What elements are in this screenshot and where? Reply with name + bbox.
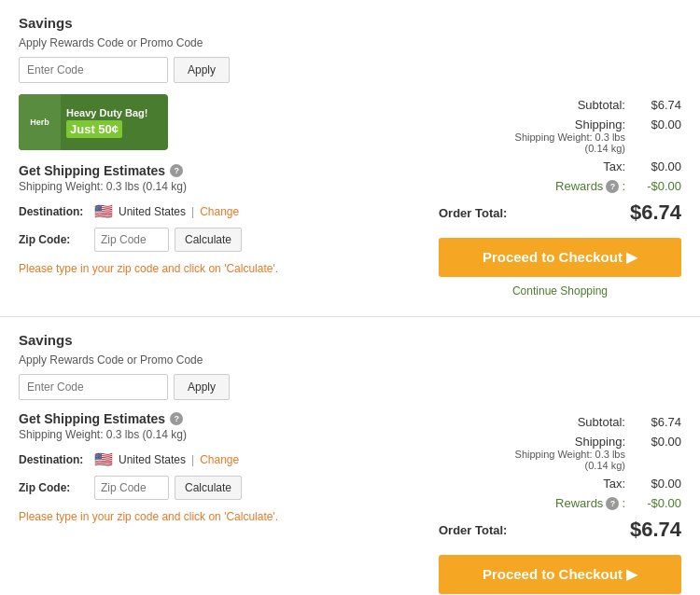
zip-input-1[interactable] [94, 228, 169, 252]
banner-bottom-text: Just 50¢ [66, 120, 122, 138]
rewards-row-1: Rewards ?: -$0.00 [439, 179, 681, 193]
section-1: Savings Apply Rewards Code or Promo Code… [0, 0, 700, 317]
rewards-value-2: -$0.00 [625, 496, 681, 510]
rewards-help-icon-1[interactable]: ? [606, 180, 619, 193]
dest-label-2: Destination: [19, 453, 89, 466]
checkout-button-1[interactable]: Proceed to Checkout ▶ [439, 238, 681, 277]
order-total-row-2: Order Total: $6.74 [439, 516, 681, 542]
rewards-label-1: Rewards ?: [439, 179, 625, 193]
tax-value-2: $0.00 [625, 477, 681, 491]
subtotal-row-2: Subtotal: $6.74 [439, 415, 681, 429]
right-panel-1: Subtotal: $6.74 Shipping: Shipping Weigh… [439, 94, 681, 298]
promo-row-1: Apply [19, 57, 681, 83]
tax-label-2: Tax: [439, 477, 625, 491]
left-panel-1: Herb Heavy Duty Bag! Just 50¢ Get Shippi… [19, 94, 420, 298]
dest-label-1: Destination: [19, 205, 89, 218]
shipping-weight-2: Shipping Weight: 0.3 lbs (0.14 kg) [19, 428, 420, 441]
rewards-help-icon-2[interactable]: ? [606, 497, 619, 510]
calculate-button-2[interactable]: Calculate [175, 476, 242, 500]
continue-link-1[interactable]: Continue Shopping [439, 284, 681, 298]
order-total-row-1: Order Total: $6.74 [439, 199, 681, 225]
destination-row-2: Destination: 🇺🇸 United States | Change [19, 450, 420, 468]
pipe-2: | [191, 453, 194, 466]
pipe-1: | [191, 205, 194, 218]
savings-subtitle-2: Apply Rewards Code or Promo Code [19, 353, 681, 367]
zip-label-2: Zip Code: [19, 481, 89, 494]
shipping-row-2: Shipping: Shipping Weight: 0.3 lbs(0.14 … [439, 435, 681, 471]
zip-input-2[interactable] [94, 476, 169, 500]
shipping-title-1: Get Shipping Estimates ? [19, 163, 420, 178]
us-flag-icon-2: 🇺🇸 [94, 450, 113, 468]
calculate-button-1[interactable]: Calculate [175, 228, 242, 252]
tax-row-2: Tax: $0.00 [439, 477, 681, 491]
shipping-detail-1: Shipping Weight: 0.3 lbs(0.14 kg) [439, 131, 625, 154]
subtotal-label-2: Subtotal: [439, 415, 625, 429]
change-link-1[interactable]: Change [200, 205, 239, 218]
section-2: Savings Apply Rewards Code or Promo Code… [0, 317, 700, 595]
order-total-value-1: $6.74 [630, 201, 681, 225]
zip-warning-2: Please type in your zip code and click o… [19, 509, 420, 525]
shipping-row-1: Shipping: Shipping Weight: 0.3 lbs(0.14 … [439, 118, 681, 154]
banner-text-area: Heavy Duty Bag! Just 50¢ [61, 104, 168, 142]
subtotal-value-2: $6.74 [625, 415, 681, 429]
shipping-label-1: Shipping: [439, 118, 625, 131]
subtotal-label-1: Subtotal: [439, 98, 625, 112]
content-row-2: Get Shipping Estimates ? Shipping Weight… [19, 411, 681, 595]
shipping-help-icon-2[interactable]: ? [170, 412, 183, 425]
savings-title-2: Savings [19, 332, 681, 348]
order-total-value-2: $6.74 [630, 518, 681, 542]
tax-row-1: Tax: $0.00 [439, 159, 681, 173]
shipping-value-2: $0.00 [625, 435, 681, 449]
promo-banner-1: Herb Heavy Duty Bag! Just 50¢ [19, 94, 168, 150]
promo-input-2[interactable] [19, 374, 168, 400]
subtotal-value-1: $6.74 [625, 98, 681, 112]
herb-label: Herb [30, 118, 49, 127]
shipping-detail-2: Shipping Weight: 0.3 lbs(0.14 kg) [439, 449, 625, 471]
right-panel-2: Subtotal: $6.74 Shipping: Shipping Weigh… [439, 411, 681, 595]
order-total-label-2: Order Total: [439, 523, 507, 537]
country-name-2: United States [119, 453, 186, 466]
subtotal-row-1: Subtotal: $6.74 [439, 98, 681, 112]
tax-value-1: $0.00 [625, 159, 681, 173]
rewards-value-1: -$0.00 [625, 179, 681, 193]
savings-title-1: Savings [19, 15, 681, 31]
promo-row-2: Apply [19, 374, 681, 400]
order-total-label-1: Order Total: [439, 206, 507, 220]
shipping-title-2: Get Shipping Estimates ? [19, 411, 420, 426]
tax-label-1: Tax: [439, 159, 625, 173]
change-link-2[interactable]: Change [200, 453, 239, 466]
apply-button-2[interactable]: Apply [174, 374, 230, 400]
destination-row-1: Destination: 🇺🇸 United States | Change [19, 202, 420, 220]
rewards-label-2: Rewards ?: [439, 496, 625, 510]
country-name-1: United States [119, 205, 186, 218]
rewards-row-2: Rewards ?: -$0.00 [439, 496, 681, 510]
zip-label-1: Zip Code: [19, 233, 89, 246]
zip-row-2: Zip Code: Calculate [19, 476, 420, 500]
promo-input-1[interactable] [19, 57, 168, 83]
shipping-weight-1: Shipping Weight: 0.3 lbs (0.14 kg) [19, 180, 420, 193]
savings-subtitle-1: Apply Rewards Code or Promo Code [19, 36, 681, 49]
zip-warning-1: Please type in your zip code and click o… [19, 261, 420, 277]
shipping-label-2: Shipping: [439, 435, 625, 449]
checkout-button-2[interactable]: Proceed to Checkout ▶ [439, 555, 681, 594]
apply-button-1[interactable]: Apply [174, 57, 230, 83]
shipping-value-1: $0.00 [625, 118, 681, 131]
zip-row-1: Zip Code: Calculate [19, 228, 420, 252]
content-row-1: Herb Heavy Duty Bag! Just 50¢ Get Shippi… [19, 94, 681, 298]
banner-herb-label: Herb [19, 94, 61, 150]
banner-top-text: Heavy Duty Bag! [66, 107, 162, 118]
us-flag-icon-1: 🇺🇸 [94, 202, 113, 220]
shipping-help-icon-1[interactable]: ? [170, 164, 183, 177]
left-panel-2: Get Shipping Estimates ? Shipping Weight… [19, 411, 420, 595]
